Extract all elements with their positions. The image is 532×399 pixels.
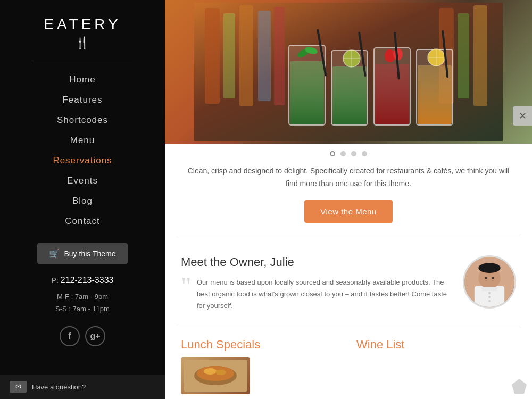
- svg-point-44: [204, 368, 217, 375]
- sidebar-item-home[interactable]: Home: [53, 70, 112, 90]
- brand-title: EATERY: [44, 16, 121, 33]
- hero-image: [165, 0, 532, 144]
- svg-point-43: [197, 366, 234, 381]
- hero-graphic: [194, 3, 503, 141]
- hours-weekend: S-S : 7am - 11pm: [52, 303, 114, 315]
- google-plus-button[interactable]: g+: [85, 326, 105, 346]
- tool-button[interactable]: ✕: [513, 106, 532, 126]
- svg-rect-3: [239, 5, 253, 106]
- main-content: Clean, crisp and designed to delight. Sp…: [165, 0, 532, 399]
- main-nav: Home Features Shortcodes Menu Reservatio…: [53, 70, 112, 231]
- phone-line: P: 212-213-3333: [52, 276, 114, 285]
- wine-label: Wine: [356, 338, 383, 351]
- svg-rect-8: [473, 5, 487, 106]
- nav-link-home[interactable]: Home: [69, 74, 95, 85]
- svg-rect-7: [458, 13, 469, 98]
- wrench-icon: ✕: [519, 110, 527, 122]
- phone-section: P: 212-213-3333 M-F : 7am - 9pm S-S : 7a…: [52, 276, 114, 315]
- slide-dot-1[interactable]: [330, 151, 335, 156]
- wine-accent: List: [386, 338, 404, 351]
- svg-point-34: [478, 263, 500, 273]
- facebook-icon: f: [68, 331, 71, 341]
- social-icons: f g+: [60, 326, 105, 346]
- hero-slider: [165, 0, 532, 144]
- nav-link-blog[interactable]: Blog: [72, 196, 93, 206]
- nav-divider: [33, 63, 132, 63]
- svg-rect-4: [258, 11, 271, 101]
- facebook-button[interactable]: f: [60, 326, 80, 346]
- wine-list-title: Wine List: [356, 338, 516, 352]
- slide-dot-4[interactable]: [362, 151, 367, 156]
- svg-point-36: [488, 292, 491, 294]
- owner-quote: " Our menu is based upon locally sourced…: [181, 277, 450, 312]
- svg-point-38: [488, 300, 491, 302]
- buy-theme-label: Buy this Theme: [64, 250, 115, 258]
- nav-link-events[interactable]: Events: [67, 176, 98, 186]
- have-question-bar[interactable]: ✉ Have a question?: [0, 375, 165, 399]
- sidebar-item-events[interactable]: Events: [53, 171, 112, 191]
- nav-link-shortcodes[interactable]: Shortcodes: [57, 115, 108, 125]
- owner-text: Meet the Owner, Julie " Our menu is base…: [181, 255, 450, 312]
- owner-avatar: [463, 255, 516, 309]
- svg-rect-35: [482, 287, 497, 291]
- owner-quote-text: Our menu is based upon locally sourced a…: [197, 278, 447, 310]
- nav-link-reservations[interactable]: Reservations: [53, 155, 112, 165]
- specials-section: Lunch Specials Wine List: [165, 336, 532, 399]
- buy-theme-button[interactable]: 🛒 Buy this Theme: [37, 243, 127, 264]
- cart-icon: 🛒: [49, 248, 60, 259]
- sidebar: EATERY 🍴 Home Features Shortcodes Menu R…: [0, 0, 165, 399]
- wine-list-col: Wine List: [356, 338, 516, 394]
- nav-link-menu[interactable]: Menu: [70, 135, 95, 145]
- sidebar-item-menu[interactable]: Menu: [53, 130, 112, 151]
- sidebar-item-features[interactable]: Features: [53, 90, 112, 110]
- phone-number: 212-213-3333: [61, 276, 114, 285]
- chef-illustration: [464, 255, 514, 309]
- svg-point-39: [485, 277, 487, 279]
- hero-tagline: Clean, crisp and designed to delight. Sp…: [165, 162, 532, 200]
- slide-dots: [165, 144, 532, 162]
- svg-point-37: [488, 296, 491, 298]
- slide-dot-3[interactable]: [351, 151, 356, 156]
- lunch-label: Lunch: [181, 338, 213, 351]
- lunch-image-placeholder: [181, 357, 250, 394]
- nav-link-features[interactable]: Features: [62, 95, 102, 105]
- envelope-icon: ✉: [10, 381, 27, 393]
- google-plus-icon: g+: [90, 331, 100, 341]
- svg-rect-2: [223, 13, 235, 98]
- sidebar-item-contact[interactable]: Contact: [53, 211, 112, 231]
- svg-rect-1: [205, 8, 220, 104]
- section-divider-1: [176, 237, 521, 237]
- svg-rect-5: [274, 7, 285, 105]
- hours-weekday: M-F : 7am - 9pm: [52, 290, 114, 303]
- lunch-specials-col: Lunch Specials: [181, 338, 340, 394]
- sidebar-item-reservations[interactable]: Reservations: [53, 151, 112, 171]
- hours-info: M-F : 7am - 9pm S-S : 7am - 11pm: [52, 290, 114, 315]
- svg-rect-21: [375, 64, 409, 124]
- svg-rect-10: [290, 61, 324, 124]
- svg-point-45: [215, 370, 226, 375]
- svg-point-40: [492, 277, 494, 279]
- fork-icon: 🍴: [75, 36, 90, 50]
- owner-section: Meet the Owner, Julie " Our menu is base…: [165, 250, 532, 325]
- sidebar-item-shortcodes[interactable]: Shortcodes: [53, 110, 112, 130]
- view-menu-button[interactable]: View the Menu: [304, 200, 392, 223]
- slide-dot-2[interactable]: [340, 151, 346, 156]
- phone-prefix: P:: [52, 276, 59, 285]
- section-divider-2: [176, 325, 521, 325]
- lunch-specials-title: Lunch Specials: [181, 338, 340, 352]
- have-question-label: Have a question?: [32, 383, 86, 391]
- svg-rect-15: [332, 66, 367, 124]
- quote-mark-icon: ": [181, 273, 192, 299]
- lunch-accent: Specials: [216, 338, 260, 351]
- nav-link-contact[interactable]: Contact: [65, 216, 100, 226]
- sidebar-item-blog[interactable]: Blog: [53, 191, 112, 211]
- owner-title: Meet the Owner, Julie: [181, 255, 450, 269]
- food-graphic: [184, 360, 247, 392]
